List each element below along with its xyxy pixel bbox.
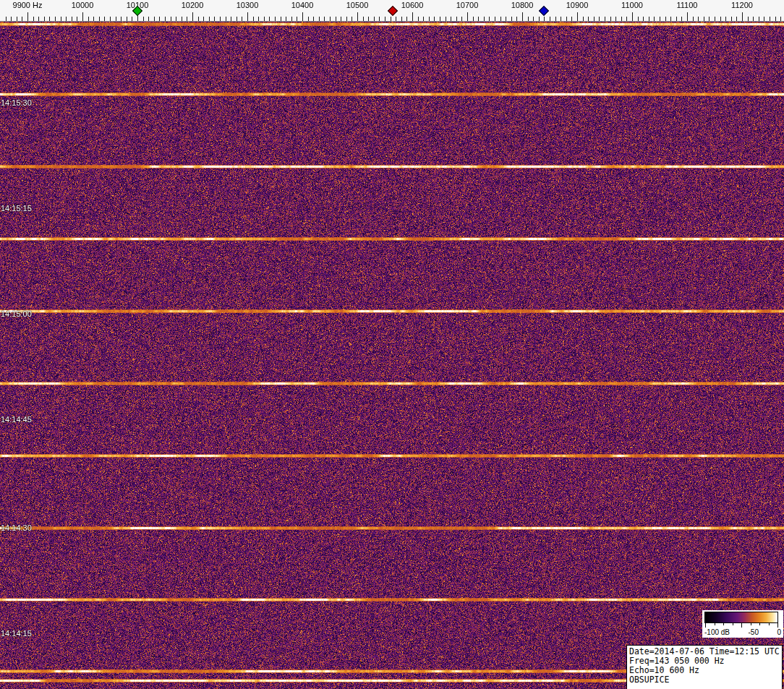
time-tick-label: 14:15:00 [1,309,32,318]
freq-tick-label: 10600 [401,1,424,9]
freq-tick-label: 11200 [731,1,753,9]
time-tick-label: 14:15:30 [1,98,32,107]
freq-tick-label: 9900 Hz [13,1,43,9]
freq-tick-label: 10400 [291,1,314,9]
freq-tick-label: 10500 [346,1,369,9]
freq-tick-label: 11000 [621,1,643,9]
spectrogram-window: 9900 Hz100001010010200103001040010500106… [0,0,784,689]
spectrogram-display[interactable] [0,22,784,689]
freq-tick-label: 10000 [72,1,94,9]
time-tick-label: 14:15:15 [1,204,32,213]
freq-tick-label: 10200 [182,1,204,9]
colorbar-gradient [704,612,778,628]
colorbar-label-mid: -50 [749,628,759,636]
colorbar-panel: -100 dB -50 0 [702,610,783,638]
info-station: OBSUPICE [629,675,780,685]
freq-tick-label: 10800 [511,1,534,9]
info-box: Date=2014-07-06 Time=12:15 UTC Freq=143 … [626,645,783,689]
time-tick-label: 14:14:15 [1,629,32,638]
waterfall-area: 14:15:3014:15:1514:15:0014:14:4514:14:30… [0,22,784,689]
time-tick-label: 14:14:45 [1,415,32,424]
freq-tick-label: 10300 [237,1,259,9]
time-tick-label: 14:14:30 [1,523,32,532]
colorbar-labels: -100 dB -50 0 [704,628,781,636]
freq-tick-label: 11100 [677,1,698,9]
freq-tick-label: 10900 [566,1,589,9]
frequency-ruler[interactable]: 9900 Hz100001010010200103001040010500106… [0,0,784,22]
colorbar-label-max: 0 [777,628,781,636]
colorbar-label-min: -100 dB [704,628,730,636]
freq-tick-label: 10700 [456,1,479,9]
